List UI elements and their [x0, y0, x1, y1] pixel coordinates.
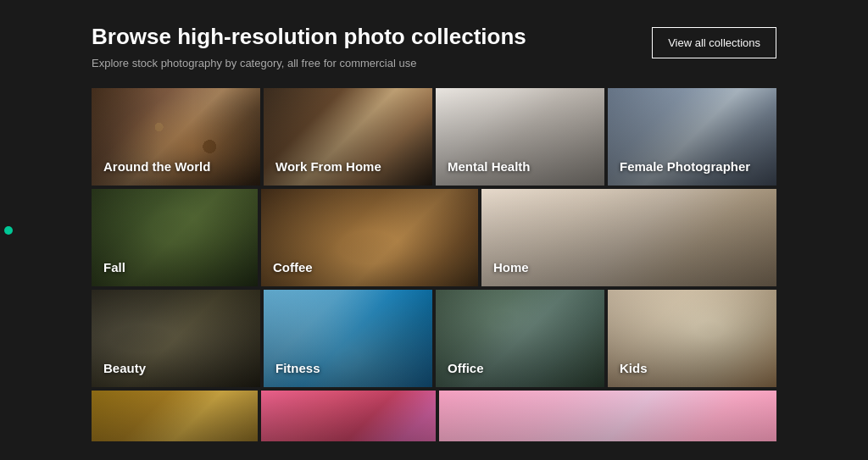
- collection-card-kids[interactable]: Kids: [608, 290, 776, 387]
- card-label: Office: [448, 361, 484, 375]
- card-label: Fall: [103, 260, 125, 274]
- collection-card-fall[interactable]: Fall: [92, 189, 258, 286]
- card-label: Kids: [620, 361, 648, 375]
- collection-card-beauty[interactable]: Beauty: [92, 290, 260, 387]
- card-bg: [92, 391, 258, 441]
- header-text: Browse high-resolution photo collections…: [92, 24, 526, 69]
- row-2: Fall Coffee Home: [92, 189, 776, 286]
- collection-card-pink-bg[interactable]: [439, 391, 776, 441]
- page-subtitle: Explore stock photography by category, a…: [92, 57, 526, 69]
- collections-grid: Around the World Work From Home Mental H…: [92, 88, 776, 441]
- header-section: Browse high-resolution photo collections…: [92, 24, 776, 69]
- card-label: Female Photographer: [620, 159, 750, 174]
- row-3: Beauty Fitness Office Kids: [92, 290, 776, 387]
- card-label: Coffee: [273, 260, 313, 274]
- collection-card-coffee[interactable]: Coffee: [261, 189, 478, 286]
- card-label: Fitness: [275, 361, 320, 375]
- card-label: Mental Health: [448, 159, 531, 174]
- page-title: Browse high-resolution photo collections: [92, 24, 526, 50]
- card-label: Home: [493, 260, 529, 274]
- row-4: [92, 391, 776, 441]
- collection-card-fitness[interactable]: Fitness: [264, 290, 432, 387]
- view-all-button[interactable]: View all collections: [652, 27, 776, 58]
- collection-card-female-photographer[interactable]: Female Photographer: [608, 88, 776, 186]
- page-container: Browse high-resolution photo collections…: [0, 0, 868, 458]
- collection-card-mental-health[interactable]: Mental Health: [436, 88, 604, 186]
- collection-card-work-from-home[interactable]: Work From Home: [264, 88, 432, 186]
- collection-card-pink-art[interactable]: [261, 391, 436, 441]
- collection-card-around-the-world[interactable]: Around the World: [92, 88, 260, 186]
- card-bg: [439, 391, 776, 441]
- card-label: Work From Home: [275, 159, 381, 174]
- card-label: Beauty: [103, 361, 146, 375]
- collection-card-office[interactable]: Office: [436, 290, 604, 387]
- collection-card-ornate[interactable]: [92, 391, 258, 441]
- row-1: Around the World Work From Home Mental H…: [92, 88, 776, 186]
- card-bg: [261, 391, 436, 441]
- card-label: Around the World: [103, 159, 210, 174]
- collection-card-home[interactable]: Home: [481, 189, 776, 286]
